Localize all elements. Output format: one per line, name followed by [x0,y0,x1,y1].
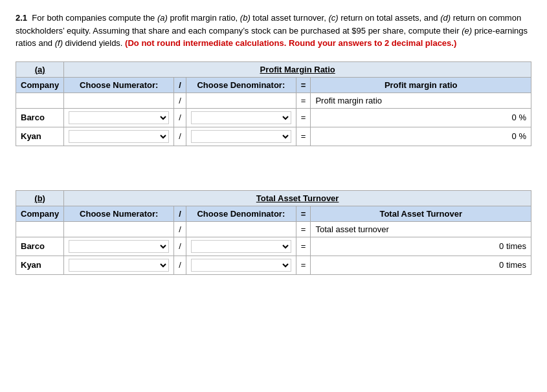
col-header-denominator-a: Choose Denominator: [186,77,296,93]
barco-result-a[interactable]: % [311,108,531,127]
col-header-eq-a: = [296,77,311,93]
problem-statement: 2.1 For both companies compute the (a) p… [16,12,531,50]
col-header-result-a: Profit margin ratio [311,77,531,93]
kyan-slash-a: / [174,127,186,146]
col-header-denominator-b: Choose Denominator: [186,206,296,221]
table-title-row-a: (a) Profit Margin Ratio [16,61,531,77]
barco-numerator-a[interactable] [64,108,174,127]
kyan-numerator-b[interactable] [64,256,174,274]
problem-number: 2.1 [16,13,27,23]
table-row-kyan-a: Kyan / = % [16,127,531,146]
barco-slash-a: / [174,108,186,127]
kyan-numerator-select-b[interactable] [69,259,169,272]
barco-numerator-select-b[interactable] [69,240,169,253]
section-b-title: Total Asset Turnover [64,190,531,206]
profit-margin-table: (a) Profit Margin Ratio Company Choose N… [16,61,531,146]
col-header-eq-b: = [296,206,311,221]
kyan-unit-b: times [506,260,526,270]
kyan-denominator-a[interactable] [186,127,296,146]
total-asset-turnover-table: (b) Total Asset Turnover Company Choose … [16,190,531,275]
table-title-row-b: (b) Total Asset Turnover [16,190,531,206]
blank-row-a: / = Profit margin ratio [16,93,531,108]
barco-numerator-b[interactable] [64,237,174,256]
section-a-title: Profit Margin Ratio [64,61,531,77]
col-header-company-b: Company [16,206,64,221]
kyan-eq-b: = [296,256,311,274]
blank-eq-a: = [296,93,311,108]
table-header-row-a: Company Choose Numerator: / Choose Denom… [16,77,531,93]
blank-slash-b: / [174,221,186,237]
section-a: (a) Profit Margin Ratio Company Choose N… [16,61,531,146]
section-b-label: (b) [16,190,64,206]
col-header-result-b: Total Asset Turnover [311,206,531,221]
barco-unit-a: % [519,113,526,122]
blank-company-b [16,221,64,237]
kyan-result-a[interactable]: % [311,127,531,146]
col-header-numerator-a: Choose Numerator: [64,77,174,93]
barco-denominator-select-b[interactable] [191,240,291,253]
kyan-denominator-b[interactable] [186,256,296,274]
kyan-value-input-a[interactable] [492,131,517,141]
kyan-result-b[interactable]: times [311,256,531,274]
blank-eq-b: = [296,221,311,237]
kyan-label-a: Kyan [16,127,64,146]
barco-numerator-select-a[interactable] [69,111,169,124]
barco-value-input-a[interactable] [492,113,517,122]
barco-eq-a: = [296,108,311,127]
kyan-eq-a: = [296,127,311,146]
kyan-denominator-select-b[interactable] [191,259,291,272]
barco-denominator-b[interactable] [186,237,296,256]
blank-slash-a: / [174,93,186,108]
kyan-unit-a: % [519,131,526,141]
blank-result-label-a: Profit margin ratio [311,93,531,108]
barco-label-a: Barco [16,108,64,127]
section-b: (b) Total Asset Turnover Company Choose … [16,190,531,275]
kyan-label-b: Kyan [16,256,64,274]
blank-company-a [16,93,64,108]
blank-numerator-a [64,93,174,108]
table-row-barco-b: Barco / = times [16,237,531,256]
blank-denominator-b [186,221,296,237]
section-a-label: (a) [16,61,64,77]
col-header-slash-a: / [174,77,186,93]
table-header-row-b: Company Choose Numerator: / Choose Denom… [16,206,531,221]
kyan-value-input-b[interactable] [479,260,504,270]
barco-result-b[interactable]: times [311,237,531,256]
col-header-company-a: Company [16,77,64,93]
blank-result-label-b: Total asset turnover [311,221,531,237]
kyan-denominator-select-a[interactable] [191,130,291,143]
kyan-numerator-a[interactable] [64,127,174,146]
blank-row-b: / = Total asset turnover [16,221,531,237]
kyan-slash-b: / [174,256,186,274]
barco-eq-b: = [296,237,311,256]
table-row-barco-a: Barco / = % [16,108,531,127]
col-header-slash-b: / [174,206,186,221]
col-header-numerator-b: Choose Numerator: [64,206,174,221]
barco-denominator-select-a[interactable] [191,111,291,124]
instruction-red: (Do not round intermediate calculations.… [125,38,456,48]
blank-denominator-a [186,93,296,108]
kyan-numerator-select-a[interactable] [69,130,169,143]
barco-label-b: Barco [16,237,64,256]
barco-slash-b: / [174,237,186,256]
table-row-kyan-b: Kyan / = times [16,256,531,274]
blank-numerator-b [64,221,174,237]
barco-value-input-b[interactable] [479,241,504,251]
barco-unit-b: times [506,241,526,251]
barco-denominator-a[interactable] [186,108,296,127]
